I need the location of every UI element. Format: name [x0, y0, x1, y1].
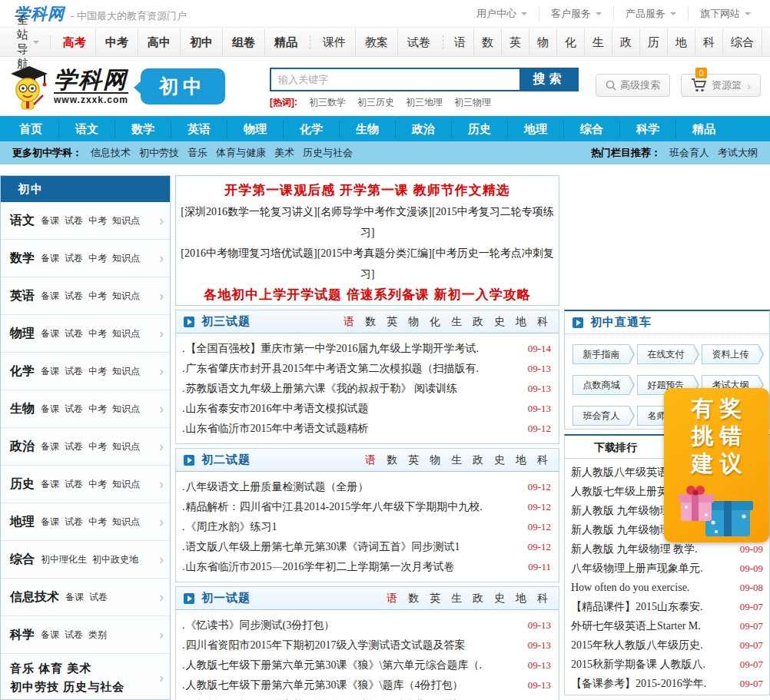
nav-chuzhong[interactable]: 初中: [180, 28, 222, 56]
news-item-link[interactable]: 山东省泰安市2016年中考语文模拟试题: [186, 402, 520, 416]
subject-tab[interactable]: 科: [537, 592, 548, 605]
brand-name[interactable]: 学科网: [54, 68, 128, 92]
sidebar-sublink[interactable]: 试卷: [65, 516, 83, 529]
sidebar-subject[interactable]: 地理: [10, 514, 35, 530]
nav-subject-chemistry[interactable]: 化: [556, 28, 584, 56]
subject-tab[interactable]: 数: [387, 453, 397, 467]
nav-subject-politics[interactable]: 政: [612, 28, 639, 56]
search-input[interactable]: [270, 68, 519, 91]
sidebar-sublink[interactable]: 中考: [88, 214, 107, 227]
subject-tab[interactable]: 地: [516, 315, 526, 329]
nav-jingpin[interactable]: 精品: [264, 28, 307, 56]
sidebar-subject[interactable]: 数学: [10, 250, 35, 267]
sidebar-sublink[interactable]: 知识点: [112, 290, 140, 303]
subject-tab[interactable]: 数: [408, 592, 419, 605]
subject-tab[interactable]: 地: [516, 453, 526, 467]
sidebar-sublink[interactable]: 中考: [88, 516, 107, 529]
sidebar-subject[interactable]: 综合: [10, 552, 35, 568]
subnav-link[interactable]: 音乐: [188, 146, 207, 160]
mainnav-item-comprehensive[interactable]: 综合: [563, 121, 619, 138]
sidebar-subject[interactable]: 初中劳技 历史与社会: [10, 678, 159, 696]
subject-tab[interactable]: 英: [408, 453, 419, 467]
news-item-link[interactable]: 山东省临沂市2015—2016学年初二上学期第一次月考试卷: [186, 560, 521, 574]
mainnav-item-politics[interactable]: 政治: [395, 121, 451, 138]
sidebar-sublink[interactable]: 知识点: [112, 327, 140, 340]
download-item-link[interactable]: 八年级物理上册声现象单元.: [571, 562, 734, 576]
subnav-link[interactable]: 体育与健康: [216, 146, 266, 160]
announcement-headline[interactable]: 各地初中上学开学试题 倍速系列备课 新初一入学攻略: [176, 284, 559, 306]
nav-courseware[interactable]: 课件: [314, 28, 355, 56]
subnav-link[interactable]: 历史与社会: [303, 146, 353, 160]
sidebar-sublink[interactable]: 试卷: [65, 440, 83, 453]
nav-subject-biology[interactable]: 生: [584, 28, 612, 56]
subnav-link[interactable]: 美术: [274, 146, 294, 160]
sidebar-sublink[interactable]: 知识点: [112, 214, 140, 227]
mainnav-item-science[interactable]: 科学: [619, 121, 675, 138]
section-title[interactable]: 初二试题: [201, 453, 251, 467]
subject-tab[interactable]: 物: [430, 453, 440, 467]
sidebar-sublink[interactable]: 中考: [88, 252, 107, 265]
express-button-beginner-guide[interactable]: 新手指南: [573, 344, 629, 364]
sidebar-sublink[interactable]: 中考: [88, 365, 107, 378]
mainnav-item-home[interactable]: 首页: [3, 121, 58, 138]
nav-zujuan[interactable]: 组卷: [222, 28, 264, 56]
news-item-link[interactable]: 人教版七年级下册第六单元第30课《狼》\题库（4份打包）: [186, 678, 520, 692]
news-item-link[interactable]: 【全国百强校】重庆市第一中学2016届九年级上学期开学考试.: [186, 342, 520, 356]
tab-download-ranking[interactable]: 下载排行: [565, 436, 667, 458]
sidebar-sublink[interactable]: 试卷: [65, 403, 83, 416]
express-lane-title[interactable]: 初中直通车: [590, 315, 652, 330]
sidebar-sublink[interactable]: 试卷: [89, 591, 108, 604]
resource-basket-button[interactable]: 0 资源篮 ›: [681, 74, 761, 97]
subject-tab[interactable]: 史: [494, 315, 505, 329]
sidebar-sublink[interactable]: 备课: [41, 365, 59, 378]
sidebar-sublink[interactable]: 试卷: [65, 478, 83, 491]
news-item-link[interactable]: 山东省临沂市2015年中考语文试题精析: [186, 422, 520, 436]
subject-tab[interactable]: 语: [365, 453, 376, 467]
subnav-link[interactable]: 考试大纲: [718, 146, 758, 160]
advanced-search-button[interactable]: 高级搜索: [596, 74, 670, 97]
mainnav-item-biology[interactable]: 生物: [339, 121, 395, 138]
express-button-online-payment[interactable]: 在线支付: [637, 344, 694, 364]
sidebar-sublink[interactable]: 知识点: [112, 478, 140, 491]
mainnav-item-history[interactable]: 历史: [451, 121, 507, 138]
hot-word-link[interactable]: 初三地理: [406, 96, 443, 109]
subject-tab[interactable]: 科: [537, 315, 548, 329]
nav-lesson-plans[interactable]: 教案: [355, 28, 397, 56]
nav-zhongkao[interactable]: 中考: [95, 28, 138, 56]
sidebar-sublink[interactable]: 备课: [41, 478, 59, 491]
sidebar-subject[interactable]: 生物: [10, 401, 35, 417]
sidebar-sublink[interactable]: 试卷: [65, 290, 83, 303]
sidebar-sublink[interactable]: 初中理化生: [41, 553, 87, 566]
nav-subject-history[interactable]: 历: [639, 28, 667, 56]
announcement-links-row[interactable]: [深圳2016数学一轮复习讲义][名师导学中考作文漫谈][2015中考复习二轮专…: [176, 201, 559, 243]
search-button[interactable]: 搜索: [519, 68, 579, 91]
news-item-link[interactable]: 广东省肇庆市封开县2015年中考语文第二次模拟题（扫描版有.: [186, 362, 520, 376]
hot-word-link[interactable]: 初三物理: [454, 96, 491, 109]
subject-tab[interactable]: 语: [387, 592, 397, 605]
sidebar-sublink[interactable]: 备课: [41, 290, 59, 303]
section-title[interactable]: 初三试题: [201, 314, 251, 329]
sidebar-subject[interactable]: 历史: [10, 476, 35, 493]
section-title[interactable]: 初一试题: [201, 591, 251, 605]
promo-badge-error-report[interactable]: 有奖 挑错 建议: [664, 388, 769, 542]
sidebar-sublink[interactable]: 试卷: [65, 214, 83, 227]
sidebar-sublink[interactable]: 试卷: [65, 629, 83, 642]
sidebar-sublink[interactable]: 中考: [88, 478, 107, 491]
mainnav-item-chemistry[interactable]: 化学: [283, 121, 339, 138]
sidebar-sublink[interactable]: 备课: [41, 403, 59, 416]
sidebar-sublink[interactable]: 试卷: [65, 327, 83, 340]
sidebar-subject[interactable]: 音乐 体育 美术: [10, 659, 159, 678]
subject-tab[interactable]: 政: [473, 315, 483, 329]
download-item-link[interactable]: How often do you exercise.: [571, 582, 734, 594]
subject-tab[interactable]: 科: [537, 453, 548, 467]
download-item-link[interactable]: 外研七年级英语上Starter M.: [571, 619, 734, 633]
sidebar-sublink[interactable]: 知识点: [112, 440, 140, 453]
news-item-link[interactable]: 语文版八年级上册第七单元第30课《诗词五首》同步测试1: [186, 540, 520, 554]
news-item-link[interactable]: 人教版七年级下册第六单元第30课《狼》\第六单元综合题库（.: [186, 659, 520, 672]
nav-subject-chinese[interactable]: 语: [446, 28, 473, 56]
news-item-link[interactable]: 《周庄水韵》练习1: [186, 520, 520, 534]
nav-subject-physics[interactable]: 物: [529, 28, 556, 56]
nav-subject-geography[interactable]: 地: [667, 28, 695, 56]
sidebar-subject[interactable]: 政治: [10, 439, 35, 455]
express-button-upload[interactable]: 资料上传: [702, 344, 758, 364]
